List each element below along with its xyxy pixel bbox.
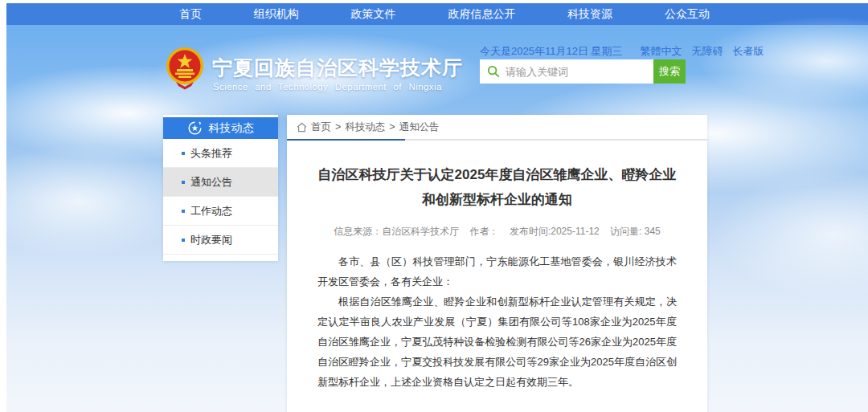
search-icon	[487, 65, 500, 78]
sidebar-item-label: 时政要闻	[190, 233, 232, 247]
cloud-decoration	[714, 169, 868, 298]
header-utility-bar: 今天是2025年11月12日 星期三 繁體中文 无障碍 长者版	[480, 44, 713, 59]
sidebar-item-label: 通知公告	[190, 175, 232, 190]
sidebar-title: 科技动态	[209, 121, 254, 136]
breadcrumb-sci-news[interactable]: 科技动态	[345, 120, 385, 134]
home-icon	[297, 122, 307, 133]
sidebar-item-headlines[interactable]: 头条推荐	[163, 139, 278, 168]
article-paragraph: 根据自治区雏鹰企业、瞪羚企业和创新型标杆企业认定管理有关规定，决定认定半亩良人农…	[317, 292, 677, 392]
current-date: 今天是2025年11月12日 星期三	[480, 44, 623, 59]
bullet-icon	[182, 181, 185, 184]
nav-item-policy[interactable]: 政策文件	[351, 7, 396, 22]
link-elderly-version[interactable]: 长者版	[733, 44, 764, 59]
breadcrumb-separator: >	[389, 121, 395, 133]
meta-visits: 访问量: 345	[610, 226, 661, 237]
article-title-line2: 和创新型标杆企业的通知	[287, 187, 707, 212]
sidebar-item-notices[interactable]: 通知公告	[163, 168, 278, 197]
national-emblem-logo	[165, 47, 205, 90]
bullet-icon	[182, 239, 185, 242]
site-title: 宁夏回族自治区科学技术厅	[212, 55, 463, 81]
meta-publish-time: 发布时间:2025-11-12	[510, 226, 600, 237]
meta-author: 作者：	[470, 226, 499, 237]
meta-source: 信息来源：自治区科学技术厅	[334, 226, 459, 237]
link-traditional-chinese[interactable]: 繁體中文	[641, 44, 682, 59]
star-circle-icon	[188, 121, 202, 135]
nav-item-sci-resources[interactable]: 科技资源	[567, 7, 612, 22]
article-title: 自治区科技厅关于认定2025年度自治区雏鹰企业、瞪羚企业 和创新型标杆企业的通知	[287, 162, 707, 212]
bullet-icon	[182, 152, 185, 155]
breadcrumb: 首页 > 科技动态 > 通知公告	[287, 115, 707, 139]
article-paragraph: 各市、县（区）科技管理部门，宁东能源化工基地管委会，银川经济技术开发区管委会，各…	[317, 251, 677, 292]
breadcrumb-divider	[287, 139, 707, 141]
search-bar: 搜索	[480, 59, 686, 84]
breadcrumb-home[interactable]: 首页	[311, 120, 331, 134]
sidebar-item-work-news[interactable]: 工作动态	[163, 197, 278, 226]
article-title-line1: 自治区科技厅关于认定2025年度自治区雏鹰企业、瞪羚企业	[287, 162, 707, 187]
sidebar-header: 科技动态	[163, 117, 278, 139]
search-button[interactable]: 搜索	[653, 59, 686, 84]
breadcrumb-separator: >	[335, 121, 341, 133]
article-meta: 信息来源：自治区科学技术厅 作者： 发布时间:2025-11-12 访问量: 3…	[287, 225, 707, 239]
bullet-icon	[182, 210, 185, 213]
sidebar-item-politics-news[interactable]: 时政要闻	[163, 226, 278, 255]
sidebar-item-label: 头条推荐	[190, 146, 232, 161]
nav-item-organization[interactable]: 组织机构	[254, 7, 299, 22]
nav-item-gov-info[interactable]: 政府信息公开	[448, 7, 515, 22]
article-body: 各市、县（区）科技管理部门，宁东能源化工基地管委会，银川经济技术开发区管委会，各…	[287, 251, 707, 392]
page: 首页 组织机构 政策文件 政府信息公开 科技资源 公众互动	[0, 0, 868, 412]
search-input[interactable]	[506, 66, 653, 78]
content-panel: 首页 > 科技动态 > 通知公告 自治区科技厅关于认定2025年度自治区雏鹰企业…	[287, 115, 707, 412]
sidebar: 科技动态 头条推荐 通知公告 工作动态 时政要闻	[163, 115, 278, 261]
nav-item-home[interactable]: 首页	[179, 7, 202, 22]
link-accessibility[interactable]: 无障碍	[692, 44, 723, 59]
sidebar-item-label: 工作动态	[190, 204, 232, 218]
breadcrumb-notices[interactable]: 通知公告	[399, 120, 440, 134]
site-header: 宁夏回族自治区科学技术厅 Science and Technology Depa…	[6, 28, 868, 112]
site-subtitle: Science and Technology Department of Nin…	[213, 82, 442, 92]
